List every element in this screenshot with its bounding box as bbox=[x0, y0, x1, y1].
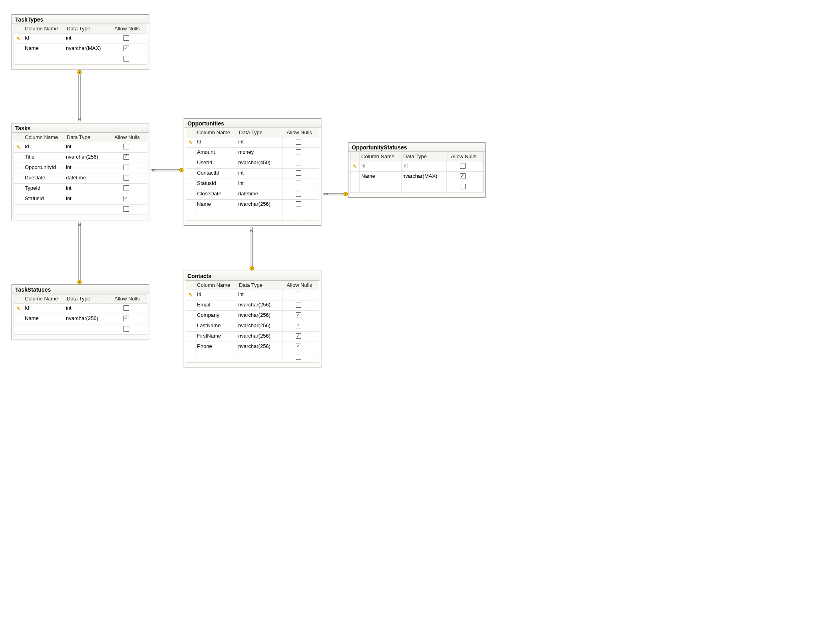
column-row-empty[interactable] bbox=[14, 54, 147, 65]
column-row-empty[interactable] bbox=[186, 352, 319, 363]
column-name-cell[interactable]: DueDate bbox=[23, 173, 65, 183]
allow-nulls-checkbox[interactable] bbox=[460, 163, 466, 169]
allow-nulls-checkbox[interactable] bbox=[123, 175, 129, 181]
allow-nulls-cell[interactable] bbox=[283, 137, 314, 147]
allow-nulls-checkbox[interactable] bbox=[296, 333, 301, 339]
column-row[interactable]: Namenvarchar(MAX) bbox=[350, 172, 483, 182]
allow-nulls-checkbox[interactable] bbox=[123, 196, 129, 201]
allow-nulls-checkbox[interactable] bbox=[123, 35, 129, 41]
column-name-cell[interactable]: Email bbox=[195, 300, 237, 310]
column-row[interactable]: Namenvarchar(MAX) bbox=[14, 44, 147, 54]
column-row[interactable]: Idint bbox=[350, 161, 483, 172]
allow-nulls-checkbox[interactable] bbox=[123, 305, 129, 311]
column-name-cell[interactable]: Name bbox=[195, 200, 237, 210]
data-type-cell[interactable]: datetime bbox=[237, 189, 283, 199]
allow-nulls-cell[interactable] bbox=[110, 153, 142, 163]
allow-nulls-checkbox[interactable] bbox=[296, 302, 301, 308]
data-type-cell[interactable]: nvarchar(256) bbox=[237, 200, 283, 210]
column-row[interactable]: Companynvarchar(256) bbox=[186, 311, 319, 321]
allow-nulls-checkbox[interactable] bbox=[123, 316, 129, 321]
data-type-cell[interactable]: nvarchar(256) bbox=[237, 311, 283, 321]
allow-nulls-checkbox[interactable] bbox=[296, 201, 301, 207]
column-row[interactable]: FirstNamenvarchar(256) bbox=[186, 332, 319, 342]
allow-nulls-checkbox[interactable] bbox=[296, 354, 301, 360]
column-name-cell[interactable]: Id bbox=[23, 142, 65, 152]
data-type-cell[interactable]: nvarchar(256) bbox=[237, 321, 283, 331]
allow-nulls-checkbox[interactable] bbox=[123, 185, 129, 191]
column-name-cell[interactable]: Name bbox=[360, 172, 402, 182]
column-row[interactable]: DueDatedatetime bbox=[14, 173, 147, 184]
allow-nulls-cell[interactable] bbox=[283, 179, 314, 189]
data-type-cell[interactable]: int bbox=[65, 142, 110, 152]
column-name-cell[interactable]: Company bbox=[195, 311, 237, 321]
column-row[interactable]: StatusIdint bbox=[186, 179, 319, 189]
allow-nulls-cell[interactable] bbox=[110, 194, 142, 204]
column-row[interactable]: UserIdnvarchar(450) bbox=[186, 158, 319, 169]
column-name-cell[interactable]: Id bbox=[23, 304, 65, 314]
column-name-cell[interactable]: OpportunityId bbox=[23, 163, 65, 173]
allow-nulls-checkbox[interactable] bbox=[296, 212, 301, 217]
table-tasks[interactable]: TasksColumn NameData TypeAllow Nulls Idi… bbox=[12, 123, 149, 220]
data-type-cell[interactable]: nvarchar(256) bbox=[237, 342, 283, 352]
allow-nulls-cell[interactable] bbox=[110, 34, 142, 44]
allow-nulls-cell[interactable] bbox=[110, 163, 142, 173]
allow-nulls-checkbox[interactable] bbox=[123, 165, 129, 170]
allow-nulls-checkbox[interactable] bbox=[296, 312, 301, 318]
column-row-empty[interactable] bbox=[186, 210, 319, 221]
data-type-cell[interactable]: int bbox=[65, 34, 110, 44]
allow-nulls-cell[interactable] bbox=[283, 169, 314, 179]
column-row[interactable]: Namenvarchar(256) bbox=[186, 200, 319, 210]
allow-nulls-cell[interactable] bbox=[283, 290, 314, 300]
column-row[interactable]: Idint bbox=[14, 142, 147, 153]
allow-nulls-cell[interactable] bbox=[447, 161, 479, 171]
allow-nulls-checkbox[interactable] bbox=[296, 191, 301, 197]
allow-nulls-checkbox[interactable] bbox=[296, 160, 301, 165]
column-name-cell[interactable]: Amount bbox=[195, 148, 237, 158]
column-row[interactable]: Idint bbox=[186, 290, 319, 300]
column-row-empty[interactable] bbox=[14, 205, 147, 215]
allow-nulls-checkbox[interactable] bbox=[460, 184, 466, 189]
data-type-cell[interactable]: nvarchar(256) bbox=[65, 314, 110, 324]
allow-nulls-cell[interactable] bbox=[283, 321, 314, 331]
allow-nulls-checkbox[interactable] bbox=[296, 344, 301, 349]
allow-nulls-cell[interactable] bbox=[283, 332, 314, 342]
column-row[interactable]: Namenvarchar(256) bbox=[14, 314, 147, 324]
allow-nulls-checkbox[interactable] bbox=[123, 154, 129, 160]
column-row[interactable]: Amountmoney bbox=[186, 148, 319, 158]
data-type-cell[interactable]: int bbox=[65, 163, 110, 173]
allow-nulls-checkbox[interactable] bbox=[123, 46, 129, 51]
data-type-cell[interactable]: int bbox=[237, 179, 283, 189]
data-type-cell[interactable]: int bbox=[65, 184, 110, 194]
allow-nulls-cell[interactable] bbox=[283, 342, 314, 352]
data-type-cell[interactable]: nvarchar(256) bbox=[237, 300, 283, 310]
column-row[interactable]: CloseDatedatetime bbox=[186, 189, 319, 200]
data-type-cell[interactable]: int bbox=[402, 161, 447, 171]
allow-nulls-cell[interactable] bbox=[110, 184, 142, 194]
column-row-empty[interactable] bbox=[350, 182, 483, 193]
column-name-cell[interactable]: Title bbox=[23, 153, 65, 163]
allow-nulls-checkbox[interactable] bbox=[123, 326, 129, 332]
table-contacts[interactable]: ContactsColumn NameData TypeAllow Nulls … bbox=[184, 271, 321, 368]
column-row[interactable]: LastNamenvarchar(256) bbox=[186, 321, 319, 332]
column-row[interactable]: Phonenvarchar(256) bbox=[186, 342, 319, 352]
allow-nulls-cell[interactable] bbox=[110, 304, 142, 314]
data-type-cell[interactable]: nvarchar(MAX) bbox=[402, 172, 447, 182]
column-name-cell[interactable]: StatusId bbox=[195, 179, 237, 189]
column-row[interactable]: Idint bbox=[14, 304, 147, 314]
table-tasktypes[interactable]: TaskTypesColumn NameData TypeAllow Nulls… bbox=[12, 14, 149, 70]
table-opportunities[interactable]: OpportunitiesColumn NameData TypeAllow N… bbox=[184, 118, 321, 226]
allow-nulls-cell[interactable] bbox=[283, 158, 314, 168]
column-name-cell[interactable]: ContactId bbox=[195, 169, 237, 179]
allow-nulls-checkbox[interactable] bbox=[296, 139, 301, 145]
allow-nulls-checkbox[interactable] bbox=[123, 206, 129, 212]
column-name-cell[interactable]: Name bbox=[23, 44, 65, 54]
column-row-empty[interactable] bbox=[14, 324, 147, 335]
table-opportunitystatuses[interactable]: OpportunityStatusesColumn NameData TypeA… bbox=[348, 142, 486, 198]
allow-nulls-cell[interactable] bbox=[283, 200, 314, 210]
column-name-cell[interactable]: CloseDate bbox=[195, 189, 237, 199]
data-type-cell[interactable]: money bbox=[237, 148, 283, 158]
data-type-cell[interactable]: nvarchar(256) bbox=[65, 153, 110, 163]
allow-nulls-cell[interactable] bbox=[110, 173, 142, 183]
column-row[interactable]: Titlenvarchar(256) bbox=[14, 153, 147, 163]
table-taskstatuses[interactable]: TaskStatusesColumn NameData TypeAllow Nu… bbox=[12, 284, 149, 340]
